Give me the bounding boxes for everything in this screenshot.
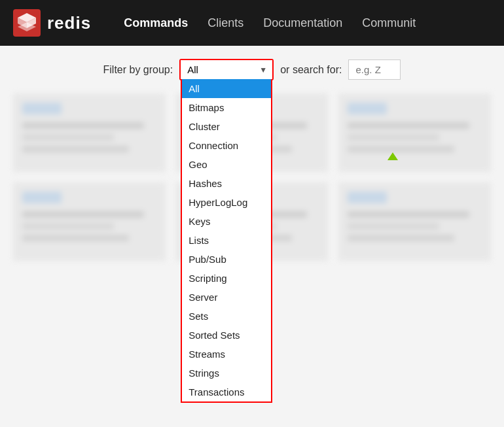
command-card-0[interactable] xyxy=(13,94,166,172)
dropdown-item-keys[interactable]: Keys xyxy=(182,212,271,231)
dropdown-item-sets[interactable]: Sets xyxy=(182,307,271,326)
nav-clients[interactable]: Clients xyxy=(201,11,250,35)
dropdown-item-streams[interactable]: Streams xyxy=(182,345,271,364)
dropdown-item-bitmaps[interactable]: Bitmaps xyxy=(182,98,271,117)
command-card-5[interactable] xyxy=(338,182,491,261)
dropdown-item-transactions[interactable]: Transactions xyxy=(182,383,271,401)
dropdown-item-pub-sub[interactable]: Pub/Sub xyxy=(182,250,271,269)
navbar: redis Commands Clients Documentation Com… xyxy=(0,0,504,46)
logo-area: redis xyxy=(13,9,91,37)
filter-group-select[interactable]: All xyxy=(181,60,272,79)
dropdown-item-strings[interactable]: Strings xyxy=(182,364,271,383)
main-content: Filter by group: All ▼ AllBitmapsCluster… xyxy=(0,46,504,427)
dropdown-item-server[interactable]: Server xyxy=(182,288,271,307)
redis-logo-icon xyxy=(13,9,41,37)
dropdown-item-hyperloglog[interactable]: HyperLogLog xyxy=(182,193,271,212)
logo-text: redis xyxy=(47,13,91,33)
nav-links: Commands Clients Documentation Communit xyxy=(117,11,422,35)
search-input[interactable] xyxy=(348,60,401,80)
dropdown-item-hashes[interactable]: Hashes xyxy=(182,174,271,193)
nav-community[interactable]: Communit xyxy=(355,11,422,35)
dropdown-item-cluster[interactable]: Cluster xyxy=(182,117,271,136)
dropdown-item-sorted-sets[interactable]: Sorted Sets xyxy=(182,326,271,345)
dropdown-item-all[interactable]: All xyxy=(182,79,271,98)
filter-row: Filter by group: All ▼ AllBitmapsCluster… xyxy=(13,59,491,80)
command-card-2[interactable] xyxy=(338,94,491,172)
dropdown-item-scripting[interactable]: Scripting xyxy=(182,269,271,288)
dropdown-item-lists[interactable]: Lists xyxy=(182,231,271,250)
nav-commands[interactable]: Commands xyxy=(117,11,194,35)
dropdown-item-geo[interactable]: Geo xyxy=(182,155,271,174)
command-card-3[interactable] xyxy=(13,182,166,261)
dropdown-item-connection[interactable]: Connection xyxy=(182,136,271,155)
group-dropdown-menu[interactable]: AllBitmapsClusterConnectionGeoHashesHype… xyxy=(181,79,272,403)
filter-label: Filter by group: xyxy=(103,64,173,76)
search-label: or search for: xyxy=(280,64,342,76)
filter-select-wrapper[interactable]: All ▼ AllBitmapsClusterConnectionGeoHash… xyxy=(179,59,274,80)
nav-documentation[interactable]: Documentation xyxy=(257,11,349,35)
